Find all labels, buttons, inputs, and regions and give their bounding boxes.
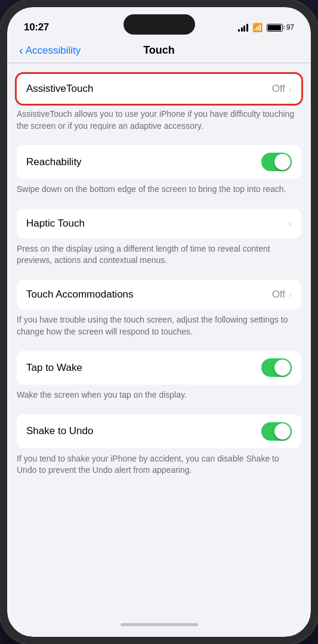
gap-4 xyxy=(7,269,311,280)
back-chevron-icon: ‹ xyxy=(19,44,23,57)
assistive-touch-row[interactable]: AssistiveTouch Off › xyxy=(17,74,301,104)
assistive-touch-right: Off › xyxy=(272,83,292,95)
touch-accommodations-row[interactable]: Touch Accommodations Off › xyxy=(17,280,301,309)
gap-2 xyxy=(7,134,311,145)
reachability-toggle[interactable] xyxy=(261,153,292,171)
haptic-touch-label: Haptic Touch xyxy=(26,218,85,230)
reachability-toggle-knob xyxy=(274,154,291,170)
status-time: 10:27 xyxy=(24,21,49,33)
signal-bar-4 xyxy=(246,24,248,32)
assistive-touch-description: AssistiveTouch allows you to use your iP… xyxy=(7,104,311,134)
haptic-touch-row[interactable]: Haptic Touch › xyxy=(17,209,301,239)
battery-icon: 97 xyxy=(267,23,294,32)
battery-body xyxy=(267,24,283,32)
gap-1 xyxy=(7,63,311,74)
tap-to-wake-row[interactable]: Tap to Wake xyxy=(17,351,301,385)
tap-to-wake-toggle-knob xyxy=(274,360,291,376)
shake-to-undo-description: If you tend to shake your iPhone by acci… xyxy=(7,448,311,479)
settings-content[interactable]: AssistiveTouch Off › AssistiveTouch allo… xyxy=(7,63,311,624)
touch-accommodations-chevron-icon: › xyxy=(289,289,292,299)
home-indicator xyxy=(121,623,198,626)
nav-bar: ‹ Accessibility Touch xyxy=(7,39,311,63)
haptic-touch-description: Press on the display using a different l… xyxy=(7,239,311,269)
back-button[interactable]: ‹ Accessibility xyxy=(19,44,81,57)
gap-3 xyxy=(7,198,311,209)
tap-to-wake-label: Tap to Wake xyxy=(26,362,82,374)
touch-accommodations-value: Off xyxy=(272,289,285,301)
haptic-touch-chevron-icon: › xyxy=(289,218,292,228)
wifi-icon: 📶 xyxy=(252,23,263,32)
gap-5 xyxy=(7,340,311,351)
haptic-touch-right: › xyxy=(289,218,292,228)
reachability-description: Swipe down on the bottom edge of the scr… xyxy=(7,179,311,198)
haptic-touch-group: Haptic Touch › xyxy=(17,209,301,239)
screen: 10:27 📶 97 xyxy=(7,7,311,637)
assistive-touch-value: Off xyxy=(272,83,285,95)
shake-to-undo-label: Shake to Undo xyxy=(26,425,93,437)
gap-6 xyxy=(7,404,311,414)
signal-bar-3 xyxy=(243,26,245,32)
touch-accommodations-description: If you have trouble using the touch scre… xyxy=(7,309,311,340)
reachability-label: Reachability xyxy=(26,156,82,168)
shake-to-undo-toggle[interactable] xyxy=(261,422,292,441)
assistive-touch-label: AssistiveTouch xyxy=(26,83,93,95)
reachability-group: Reachability xyxy=(17,145,301,179)
signal-bar-2 xyxy=(241,27,243,32)
shake-to-undo-toggle-knob xyxy=(274,423,291,439)
battery-tip xyxy=(283,26,285,29)
dynamic-island xyxy=(124,14,195,35)
signal-bar-1 xyxy=(238,29,240,32)
assistive-touch-section: AssistiveTouch Off › xyxy=(17,74,301,104)
signal-icon xyxy=(238,24,248,32)
touch-accommodations-group: Touch Accommodations Off › xyxy=(17,280,301,309)
reachability-row[interactable]: Reachability xyxy=(17,145,301,179)
touch-accommodations-label: Touch Accommodations xyxy=(26,289,134,301)
battery-fill xyxy=(268,25,281,30)
tap-to-wake-toggle[interactable] xyxy=(261,358,292,377)
gap-7 xyxy=(7,479,311,490)
page-title: Touch xyxy=(143,44,175,57)
shake-to-undo-group: Shake to Undo xyxy=(17,414,301,448)
tap-to-wake-description: Wake the screen when you tap on the disp… xyxy=(7,385,311,404)
back-label: Accessibility xyxy=(26,45,81,57)
status-icons: 📶 97 xyxy=(238,23,294,32)
battery-label: 97 xyxy=(286,23,294,32)
tap-to-wake-group: Tap to Wake xyxy=(17,351,301,385)
touch-accommodations-right: Off › xyxy=(272,289,292,301)
shake-to-undo-row[interactable]: Shake to Undo xyxy=(17,414,301,448)
assistive-touch-chevron-icon: › xyxy=(289,84,292,94)
phone-frame: 10:27 📶 97 xyxy=(0,0,318,644)
